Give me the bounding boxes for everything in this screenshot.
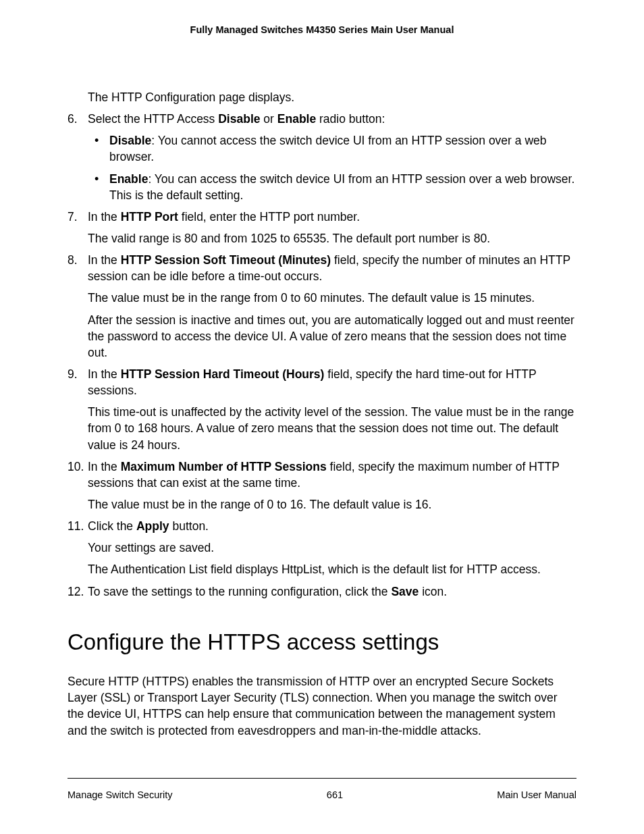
section-heading-https: Configure the HTTPS access settings [68, 627, 576, 658]
step-11-detail-1: Your settings are saved. [88, 540, 576, 556]
step-text: Click the Apply button. [88, 519, 209, 533]
section-https-paragraph: Secure HTTP (HTTPS) enables the transmis… [68, 673, 576, 739]
step-7: 7. In the HTTP Port field, enter the HTT… [88, 209, 576, 246]
step-11-detail-2: The Authentication List field displays H… [88, 561, 576, 577]
step-7-detail: The valid range is 80 and from 1025 to 6… [88, 230, 576, 246]
step-number: 6. [68, 111, 85, 127]
step-10-detail: The value must be in the range of 0 to 1… [88, 496, 576, 513]
footer-left: Manage Switch Security [68, 789, 173, 800]
ordered-steps: 6. Select the HTTP Access Disable or Ena… [68, 111, 576, 600]
step-number: 11. [68, 518, 85, 534]
step-number: 8. [68, 252, 85, 268]
step-8-detail-2: After the session is inactive and times … [88, 312, 576, 361]
step-number: 7. [68, 209, 85, 225]
footer-right: Main User Manual [497, 789, 576, 800]
step-text: In the Maximum Number of HTTP Sessions f… [88, 460, 560, 490]
bullet-enable: Enable: You can access the switch device… [109, 171, 576, 203]
body-content: The HTTP Configuration page displays. 6.… [68, 89, 576, 739]
step-text: To save the settings to the running conf… [88, 585, 447, 598]
step-8: 8. In the HTTP Session Soft Timeout (Min… [88, 252, 576, 361]
step-text: In the HTTP Session Soft Timeout (Minute… [88, 253, 570, 283]
page-header-title: Fully Managed Switches M4350 Series Main… [68, 24, 576, 35]
page-footer: Manage Switch Security 661 Main User Man… [68, 778, 576, 800]
footer-page-number: 661 [327, 789, 343, 800]
intro-paragraph: The HTTP Configuration page displays. [88, 89, 576, 105]
step-9: 9. In the HTTP Session Hard Timeout (Hou… [88, 366, 576, 453]
step-text: In the HTTP Port field, enter the HTTP p… [88, 210, 360, 224]
bullet-disable: Disable: You cannot access the switch de… [109, 132, 576, 165]
step-12: 12. To save the settings to the running … [88, 583, 576, 600]
step-number: 9. [68, 366, 85, 382]
step-number: 12. [68, 583, 85, 600]
step-number: 10. [68, 459, 85, 475]
step-9-detail: This time-out is unaffected by the activ… [88, 404, 576, 452]
step-text: In the HTTP Session Hard Timeout (Hours)… [88, 367, 536, 397]
step-10: 10. In the Maximum Number of HTTP Sessio… [88, 459, 576, 513]
step-text: Select the HTTP Access Disable or Enable… [88, 112, 385, 126]
step-11: 11. Click the Apply button. Your setting… [88, 518, 576, 577]
step-6-bullets: Disable: You cannot access the switch de… [88, 132, 576, 203]
step-8-detail-1: The value must be in the range from 0 to… [88, 290, 576, 306]
document-page: Fully Managed Switches M4350 Series Main… [0, 0, 644, 834]
step-6: 6. Select the HTTP Access Disable or Ena… [88, 111, 576, 203]
